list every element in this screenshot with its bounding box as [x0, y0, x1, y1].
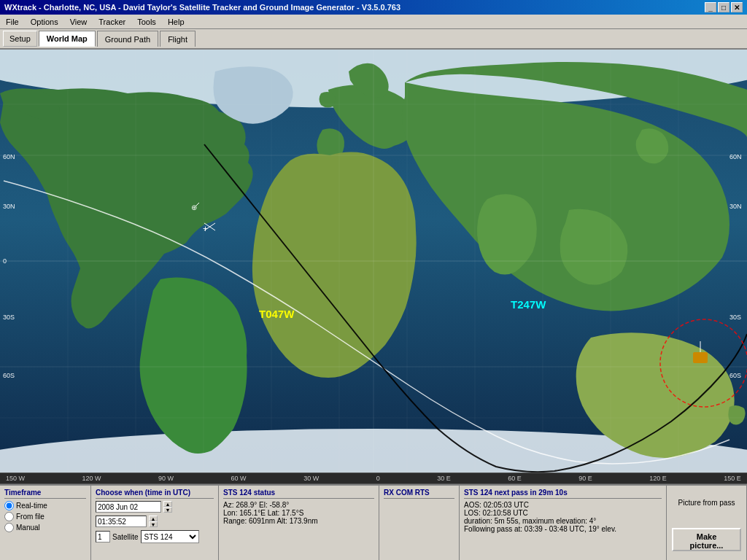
lon-label-90e: 90 E	[578, 475, 592, 482]
time-up-button[interactable]: ▲	[149, 516, 158, 521]
svg-text:0: 0	[3, 257, 7, 265]
sts-status-title: STS 124 status	[223, 489, 374, 499]
picture-label: Picture from pass	[678, 499, 735, 507]
radio-fromfile[interactable]	[4, 512, 14, 521]
svg-text:60S: 60S	[729, 372, 741, 379]
nextpass-duration: duration: 5m 55s, maximum elevation: 4°	[464, 517, 662, 525]
rx-title: RX COM RTS	[384, 489, 454, 499]
map-container[interactable]: 60N 30N 0 30S 60S 60N 30N 30S 60S ✈ T047…	[0, 50, 747, 472]
nextpass-title: STS 124 next pass in 29m 10s	[464, 489, 662, 499]
menubar: File Options View Tracker Tools Help	[0, 15, 747, 29]
time-input[interactable]	[96, 516, 147, 527]
radio-realtime-row: Real-time	[4, 501, 86, 510]
date-input[interactable]	[96, 501, 161, 513]
panel-timeframe: Timeframe Real-time From file Manual	[0, 486, 91, 560]
tab-flight[interactable]: Flight	[160, 31, 196, 47]
toolbar: Setup World Map Ground Path Flight	[0, 29, 747, 50]
radio-fromfile-row: From file	[4, 512, 86, 521]
date-down-button[interactable]: ▼	[163, 507, 172, 513]
longitude-bar: 150 W 120 W 90 W 60 W 30 W 0 30 E 60 E 9…	[0, 472, 747, 484]
lon-label-120e: 120 E	[649, 475, 667, 482]
menu-tracker[interactable]: Tracker	[96, 17, 128, 27]
svg-text:60N: 60N	[3, 153, 15, 160]
window-title: WXtrack - Charlotte, NC, USA - David Tay…	[4, 3, 400, 12]
satellite-select[interactable]: STS 124	[141, 530, 199, 543]
lon-label-30e: 30 E	[437, 475, 451, 482]
sts-range-alt: Range: 6091nm Alt: 173.9nm	[223, 517, 374, 525]
choosewhen-title: Choose when (time in UTC)	[96, 489, 214, 499]
svg-text:30N: 30N	[729, 203, 742, 210]
radio-manual[interactable]	[4, 523, 14, 532]
svg-text:30S: 30S	[729, 314, 741, 321]
timeframe-title: Timeframe	[4, 489, 86, 499]
lon-label-150w: 150 W	[6, 475, 25, 482]
svg-text:T047W: T047W	[259, 308, 295, 320]
lon-label-0: 0	[376, 475, 380, 482]
lon-label-120w: 120 W	[82, 475, 101, 482]
interval-input[interactable]	[96, 531, 110, 542]
panel-choosewhen: Choose when (time in UTC) ▲ ▼ ▲ ▼ Satell…	[91, 486, 219, 560]
world-map: 60N 30N 0 30S 60S 60N 30N 30S 60S ✈ T047…	[0, 50, 747, 472]
lon-label-90w: 90 W	[158, 475, 174, 482]
sts-az-el: Az: 268.9° El: -58.8°	[223, 501, 374, 509]
date-up-button[interactable]: ▲	[163, 501, 172, 507]
nextpass-aos: AOS: 02:05:03 UTC	[464, 501, 662, 509]
lon-label-150e: 150 E	[724, 475, 741, 482]
radio-manual-label: Manual	[16, 524, 40, 532]
panel-picture: Picture from pass Make picture...	[667, 486, 747, 560]
panel-rx: RX COM RTS	[379, 486, 460, 560]
minimize-button[interactable]: _	[705, 2, 716, 12]
svg-rect-30	[693, 352, 708, 363]
radio-realtime-label: Real-time	[16, 502, 47, 510]
radio-realtime[interactable]	[4, 501, 14, 510]
sts-lon-lat: Lon: 165.1°E Lat: 17.5°S	[223, 509, 374, 517]
svg-text:30N: 30N	[3, 203, 15, 210]
menu-view[interactable]: View	[67, 17, 90, 27]
satellite-label: Satellite	[112, 533, 139, 541]
window-controls: _ □ ✕	[705, 2, 743, 12]
lon-label-30w: 30 W	[303, 475, 319, 482]
radio-fromfile-label: From file	[16, 513, 44, 521]
panel-sts-status: STS 124 status Az: 268.9° El: -58.8° Lon…	[219, 486, 379, 560]
tab-world-map[interactable]: World Map	[39, 31, 96, 47]
svg-text:T247W: T247W	[511, 298, 546, 311]
make-picture-button[interactable]: Make picture...	[672, 528, 741, 551]
svg-text:⊕: ⊕	[191, 203, 197, 211]
bottom-panels: Timeframe Real-time From file Manual Cho…	[0, 484, 747, 560]
lon-label-60w: 60 W	[231, 475, 247, 482]
titlebar: WXtrack - Charlotte, NC, USA - David Tay…	[0, 0, 747, 15]
svg-text:30S: 30S	[3, 314, 15, 321]
menu-file[interactable]: File	[3, 17, 22, 27]
radio-manual-row: Manual	[4, 523, 86, 532]
panel-nextpass: STS 124 next pass in 29m 10s AOS: 02:05:…	[460, 486, 667, 560]
svg-text:+: +	[203, 224, 208, 234]
menu-tools[interactable]: Tools	[134, 17, 159, 27]
menu-help[interactable]: Help	[165, 17, 187, 27]
setup-button[interactable]: Setup	[3, 31, 37, 47]
menu-options[interactable]: Options	[28, 17, 61, 27]
svg-text:60N: 60N	[729, 153, 742, 160]
svg-text:60S: 60S	[3, 372, 15, 379]
nextpass-following: Following pass at: 03:39 - 03:48 UTC, 19…	[464, 525, 662, 533]
maximize-button[interactable]: □	[718, 2, 729, 12]
lon-label-60e: 60 E	[508, 475, 522, 482]
time-down-button[interactable]: ▼	[149, 521, 158, 527]
tab-ground-path[interactable]: Ground Path	[97, 31, 158, 47]
close-button[interactable]: ✕	[731, 2, 743, 12]
nextpass-los: LOS: 02:10:58 UTC	[464, 509, 662, 517]
